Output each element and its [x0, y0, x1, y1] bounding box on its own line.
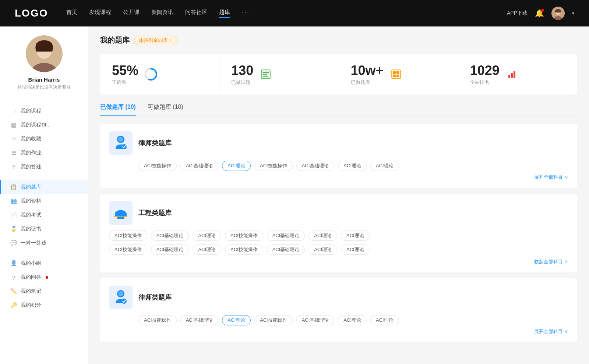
- user-avatar[interactable]: [551, 7, 565, 20]
- bank-tag-2-active[interactable]: ACI理论: [222, 161, 251, 171]
- l2-tag-0[interactable]: ACI技能操作: [138, 315, 177, 325]
- sidebar-item-favorites[interactable]: ☆ 我的收藏: [0, 132, 88, 146]
- one-on-one-icon: 💬: [10, 240, 17, 246]
- svg-rect-14: [392, 70, 401, 79]
- tab-available-banks[interactable]: 可做题库 (10): [148, 103, 183, 116]
- sidebar-item-my-qa[interactable]: ? 我的答疑: [0, 160, 88, 174]
- sidebar-item-my-profile[interactable]: 👥 我的资料: [0, 194, 88, 208]
- sidebar-item-my-group[interactable]: 👤 我的小组: [0, 256, 88, 270]
- bank-tag-6[interactable]: ACI理论: [370, 161, 399, 171]
- bank-tags-lawyer-1: ACI技能操作 ACI基础理论 ACI理论 ACI技能操作 ACI基础理论 AC…: [138, 161, 568, 171]
- sidebar-item-my-notes[interactable]: ✏️ 我的笔记: [0, 284, 88, 298]
- page-title: 我的题库: [100, 35, 130, 45]
- bank-collapse-engineer[interactable]: 收起全部科目 ∧: [109, 258, 568, 265]
- stat-done-banks-value: 10w+: [351, 63, 384, 78]
- eng-tag-r2-0[interactable]: ACI技能操作: [109, 245, 147, 255]
- eng-tag-r1-3[interactable]: ACI技能操作: [225, 231, 263, 241]
- svg-rect-22: [514, 71, 515, 78]
- circle-chart-icon: [144, 68, 158, 81]
- nav-link-more[interactable]: ···: [242, 9, 250, 18]
- eng-tag-r2-5[interactable]: ACI理论: [308, 245, 337, 255]
- eng-tag-r1-1[interactable]: ACI基础理论: [151, 231, 189, 241]
- logo: LOGO: [15, 7, 52, 19]
- tab-done-banks[interactable]: 已做题库 (10): [100, 103, 136, 116]
- bank-tag-4[interactable]: ACI基础理论: [296, 161, 335, 171]
- nav-link-qa[interactable]: 问答社区: [185, 9, 207, 18]
- sidebar-item-certificate[interactable]: 🏅 我的证书: [0, 222, 88, 236]
- sidebar-item-my-course[interactable]: □ 我的课程: [0, 104, 88, 118]
- l2-tag-2-active[interactable]: ACI理论: [222, 315, 251, 325]
- main-layout: Brian Harris 错误的决定比没有决定要好 □ 我的课程 ▦ 我的课程包…: [0, 26, 589, 364]
- user-dropdown-icon[interactable]: ▾: [572, 11, 574, 16]
- eng-tag-r1-4[interactable]: ACI基础理论: [267, 231, 305, 241]
- nav-link-courses[interactable]: 发现课程: [89, 9, 111, 18]
- sidebar-item-label: 我的作业: [21, 150, 41, 156]
- eng-tag-r1-5[interactable]: ACI理论: [308, 231, 337, 241]
- list-icon: [260, 68, 272, 80]
- bank-title-lawyer-1: 律师类题库: [138, 139, 172, 147]
- bank-expand-lawyer-2[interactable]: 展开全部科目 ∨: [109, 328, 568, 335]
- nav-link-home[interactable]: 首页: [66, 9, 77, 18]
- bank-expand-lawyer-1[interactable]: 展开全部科目 ∨: [109, 174, 568, 181]
- svg-rect-20: [508, 75, 510, 78]
- my-course-icon: □: [10, 108, 17, 114]
- nav-link-open-course[interactable]: 公开课: [123, 9, 140, 18]
- sidebar-item-my-exam[interactable]: 📄 我的考试: [0, 208, 88, 222]
- stat-accuracy-text: 55% 正确率: [112, 63, 138, 86]
- l2-tag-1[interactable]: ACI基础理论: [180, 315, 219, 325]
- sidebar-item-course-package[interactable]: ▦ 我的课程包...: [0, 118, 88, 132]
- course-package-icon: ▦: [10, 122, 17, 128]
- eng-tag-r2-4[interactable]: ACI基础理论: [267, 245, 305, 255]
- svg-rect-13: [263, 76, 268, 77]
- stat-ranking-label: 全站排名: [470, 79, 500, 86]
- sidebar-item-label: 我的证书: [21, 226, 41, 232]
- stat-accuracy-value: 55%: [112, 63, 138, 78]
- stat-accuracy-label: 正确率: [112, 79, 138, 86]
- sidebar: Brian Harris 错误的决定比没有决定要好 □ 我的课程 ▦ 我的课程包…: [0, 26, 88, 364]
- eng-tag-r2-1[interactable]: ACI基础理论: [151, 245, 189, 255]
- main-content: 我的题库 体验剩余23天！ 55% 正确率 130: [88, 26, 589, 364]
- eng-tag-r1-0[interactable]: ACI技能操作: [109, 231, 147, 241]
- nav-link-news[interactable]: 新闻资讯: [151, 9, 173, 18]
- sidebar-item-my-points[interactable]: 🔑 我的积分: [0, 298, 88, 312]
- notification-bell[interactable]: 🔔: [535, 9, 544, 18]
- sidebar-item-one-on-one[interactable]: 💬 一对一答疑: [0, 236, 88, 250]
- accuracy-icon: [144, 68, 158, 81]
- bank-card-header-engineer: 工程类题库: [109, 201, 568, 225]
- eng-tag-r2-3[interactable]: ACI技能操作: [225, 245, 263, 255]
- svg-rect-16: [393, 71, 396, 74]
- app-download-button[interactable]: APP下载: [507, 10, 528, 17]
- l2-tag-4[interactable]: ACI基础理论: [296, 315, 335, 325]
- sidebar-item-label: 我的课程包...: [21, 122, 51, 128]
- l2-tag-6[interactable]: ACI理论: [370, 315, 399, 325]
- svg-rect-28: [117, 217, 124, 219]
- l2-tag-3[interactable]: ACI技能操作: [254, 315, 293, 325]
- done-banks-icon: [389, 68, 403, 81]
- stat-done-questions: 130 已做试题: [219, 54, 339, 94]
- l2-tag-5[interactable]: ACI理论: [338, 315, 367, 325]
- bank-tag-3[interactable]: ACI技能操作: [254, 161, 293, 171]
- eng-tag-r2-6[interactable]: ACI理论: [341, 245, 370, 255]
- eng-tag-r2-2[interactable]: ACI理论: [193, 245, 221, 255]
- sidebar-item-label: 我的收藏: [21, 136, 41, 142]
- sidebar-item-homework[interactable]: ☰ 我的作业: [0, 146, 88, 160]
- bank-tag-1[interactable]: ACI基础理论: [180, 161, 219, 171]
- eng-tag-r1-2[interactable]: ACI理论: [193, 231, 221, 241]
- sidebar-item-my-question[interactable]: ? 我的问答: [0, 270, 88, 284]
- ranking-icon: [505, 68, 519, 81]
- bank-tag-5[interactable]: ACI理论: [338, 161, 367, 171]
- sidebar-divider-1: [9, 101, 79, 101]
- nav-links: 首页 发现课程 公开课 新闻资讯 问答社区 题库 ···: [66, 9, 492, 18]
- bank-card-header-lawyer-1: 律师类题库: [109, 131, 568, 155]
- sidebar-item-label: 我的资料: [21, 198, 41, 204]
- eng-tag-r1-6[interactable]: ACI理论: [341, 231, 370, 241]
- svg-point-25: [118, 137, 123, 142]
- sidebar-motto: 错误的决定比没有决定要好: [18, 84, 71, 90]
- stat-ranking-value: 1029: [470, 63, 500, 78]
- nav-link-bank[interactable]: 题库: [219, 9, 230, 18]
- my-profile-icon: 👥: [10, 198, 17, 204]
- svg-rect-21: [511, 73, 513, 78]
- bank-card-lawyer-1: 律师类题库 ACI技能操作 ACI基础理论 ACI理论 ACI技能操作 ACI基…: [100, 124, 577, 188]
- sidebar-item-question-bank[interactable]: 📋 我的题库: [0, 180, 88, 194]
- bank-tag-0[interactable]: ACI技能操作: [138, 161, 177, 171]
